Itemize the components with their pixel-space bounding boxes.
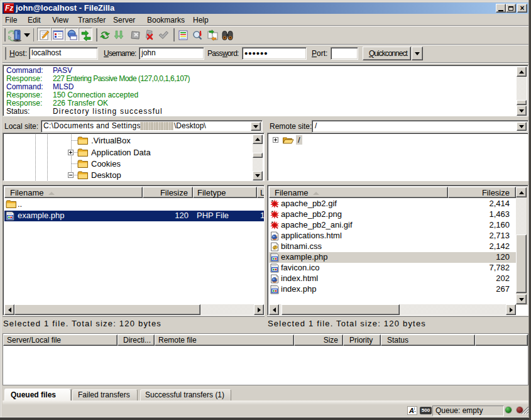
svg-text:Fz: Fz [5,4,13,13]
